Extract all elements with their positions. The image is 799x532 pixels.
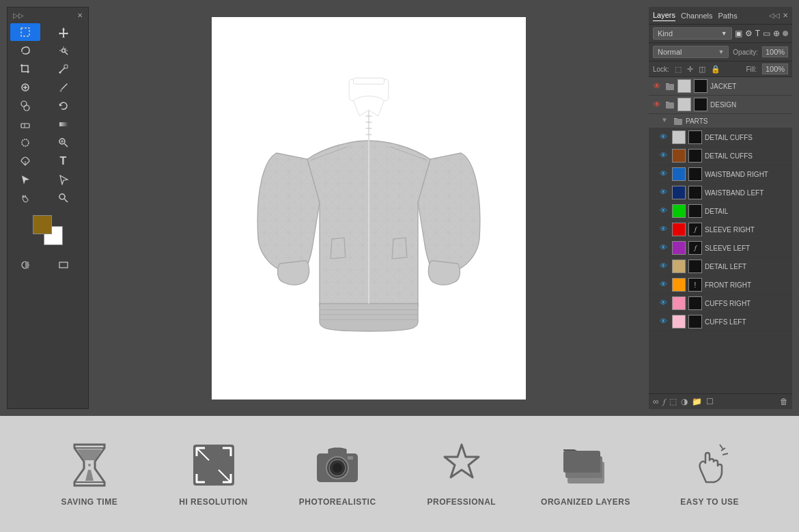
sleeve-right-thumb [672, 223, 686, 236]
jacket-thumb [677, 79, 691, 93]
eye-detail-cuffs-1[interactable]: 👁 [660, 132, 669, 142]
layer-cuffs-left[interactable]: 👁 CUFFS LEFT [649, 313, 792, 331]
tab-layers[interactable]: Layers [653, 10, 675, 21]
eraser-tool[interactable] [10, 115, 40, 133]
opacity-input[interactable]: 100% [762, 46, 788, 57]
layer-sleeve-left[interactable]: 👁 𝑓 SLEEVE LEFT [649, 239, 792, 257]
svg-marker-27 [60, 176, 68, 184]
eye-cuffs-left[interactable]: 👁 [660, 317, 669, 326]
layers-list: 👁 JACKET 👁 DESIGN ▼ PARTS [649, 77, 792, 393]
svg-point-58 [88, 464, 91, 466]
kind-dropdown-arrow: ▼ [721, 30, 727, 37]
brush-tool[interactable] [48, 79, 79, 96]
eyedropper-tool[interactable] [48, 60, 79, 78]
eye-sleeve-left[interactable]: 👁 [660, 243, 669, 253]
new-layer-icon[interactable]: ☐ [706, 397, 714, 406]
layer-front-right[interactable]: 👁 ! FRONT RIGHT [649, 276, 792, 294]
link-layers-icon[interactable]: ∞ [653, 397, 659, 406]
layer-sleeve-right[interactable]: 👁 𝑓 SLEEVE RIGHT [649, 221, 792, 239]
layer-jacket[interactable]: 👁 JACKET [649, 77, 792, 96]
magic-wand-tool[interactable] [48, 42, 79, 59]
kind-dropdown[interactable]: Kind ▼ [653, 27, 732, 40]
eye-detail-left[interactable]: 👁 [660, 262, 669, 271]
screen-mode-tool[interactable] [48, 256, 79, 274]
toolbar-close[interactable]: ✕ [77, 12, 83, 19]
eye-design[interactable]: 👁 [653, 100, 662, 109]
add-style-icon[interactable]: 𝑓 [663, 397, 665, 406]
filter-smart-icon[interactable]: ⊕ [773, 29, 780, 38]
quick-mask-tool[interactable] [10, 256, 40, 274]
layer-waistband-right[interactable]: 👁 WAISTBAND RIGHT [649, 165, 792, 184]
marquee-tool[interactable] [10, 23, 40, 41]
layer-detail-left[interactable]: 👁 DETAIL LEFT [649, 257, 792, 276]
svg-marker-1 [59, 27, 68, 38]
zoom-tool[interactable] [48, 134, 79, 152]
feature-organized-layers: ORGANIZED LAYERS [524, 441, 648, 507]
healing-tool[interactable] [10, 79, 40, 96]
clone-tool[interactable] [10, 97, 40, 115]
filter-adjust-icon[interactable]: ⚙ [745, 29, 753, 38]
panel-minimize-btn[interactable]: ◁◁ [769, 12, 780, 19]
eye-waistband-left[interactable]: 👁 [660, 188, 669, 197]
design-mask [694, 98, 707, 111]
direct-select-tool[interactable] [48, 171, 79, 188]
eye-waistband-right[interactable]: 👁 [660, 169, 669, 179]
eye-parts[interactable]: ▼ [661, 116, 671, 126]
zoom-view-tool[interactable] [48, 189, 79, 207]
hand-tool[interactable] [10, 189, 40, 207]
tab-channels[interactable]: Channels [681, 10, 712, 21]
add-mask-icon[interactable]: ⬚ [669, 397, 677, 406]
tab-paths[interactable]: Paths [718, 10, 738, 21]
toolbar-collapse[interactable]: ▷▷ [13, 12, 24, 19]
layer-cuffs-right[interactable]: 👁 CUFFS RIGHT [649, 294, 792, 313]
feature-bar: SAVING TIME HI RESOLUTION [0, 416, 799, 532]
eye-detail-cuffs-2[interactable]: 👁 [660, 151, 669, 160]
crop-tool[interactable] [10, 60, 40, 78]
lock-pixels-icon[interactable]: ⬚ [675, 65, 682, 74]
path-select-tool[interactable] [10, 171, 40, 188]
eye-cuffs-right[interactable]: 👁 [660, 298, 669, 308]
filter-shape-icon[interactable]: ▭ [763, 29, 770, 38]
lock-artboard-icon[interactable]: ◫ [699, 65, 705, 74]
svg-rect-70 [563, 451, 600, 473]
filter-type-icon[interactable]: T [755, 29, 760, 38]
foreground-color[interactable] [33, 215, 52, 234]
fill-input[interactable]: 100% [762, 64, 788, 74]
layer-detail-cuffs-2[interactable]: 👁 DETAIL CUFFS [649, 147, 792, 165]
eye-front-right[interactable]: 👁 [660, 280, 669, 290]
pen-tool[interactable] [10, 152, 40, 170]
sleeve-left-mask: 𝑓 [688, 241, 702, 255]
lock-all-icon[interactable]: 🔒 [711, 65, 720, 74]
eye-sleeve-right[interactable]: 👁 [660, 225, 669, 234]
layer-detail[interactable]: 👁 DETAIL [649, 202, 792, 221]
filter-pixel-icon[interactable]: ▣ [735, 29, 742, 38]
type-tool[interactable]: T [48, 152, 79, 170]
new-adjustment-icon[interactable]: ◑ [681, 397, 688, 406]
eye-jacket[interactable]: 👁 [653, 81, 662, 91]
svg-line-73 [723, 453, 728, 455]
layer-waistband-left[interactable]: 👁 WAISTBAND LEFT [649, 184, 792, 202]
bottom-tools [10, 256, 85, 274]
blur-tool[interactable] [10, 134, 40, 152]
lock-position-icon[interactable]: ✛ [687, 65, 693, 74]
eye-detail[interactable]: 👁 [660, 206, 669, 216]
detail-cuffs-2-mask [688, 149, 702, 163]
detail-cuffs-1-label: DETAIL CUFFS [705, 134, 753, 141]
layer-detail-cuffs-1[interactable]: 👁 DETAIL CUFFS [649, 128, 792, 147]
filter-toggle[interactable] [783, 31, 788, 36]
new-group-icon[interactable]: 📁 [692, 397, 702, 406]
cuffs-right-thumb [672, 296, 686, 310]
waistband-left-mask [688, 186, 702, 199]
history-tool[interactable] [48, 97, 79, 115]
panel-close-btn[interactable]: ✕ [783, 12, 788, 19]
layer-design[interactable]: 👁 DESIGN [649, 96, 792, 114]
jacket-mask [694, 79, 707, 93]
layer-parts[interactable]: ▼ PARTS [649, 114, 792, 128]
delete-layer-icon[interactable]: 🗑 [780, 397, 788, 406]
move-tool[interactable] [48, 23, 79, 41]
foreground-background-colors[interactable] [33, 215, 63, 245]
blend-mode-dropdown[interactable]: Normal ▼ [653, 46, 729, 58]
detail-mask [688, 204, 702, 218]
gradient-tool[interactable] [48, 115, 79, 133]
lasso-tool[interactable] [10, 42, 40, 59]
